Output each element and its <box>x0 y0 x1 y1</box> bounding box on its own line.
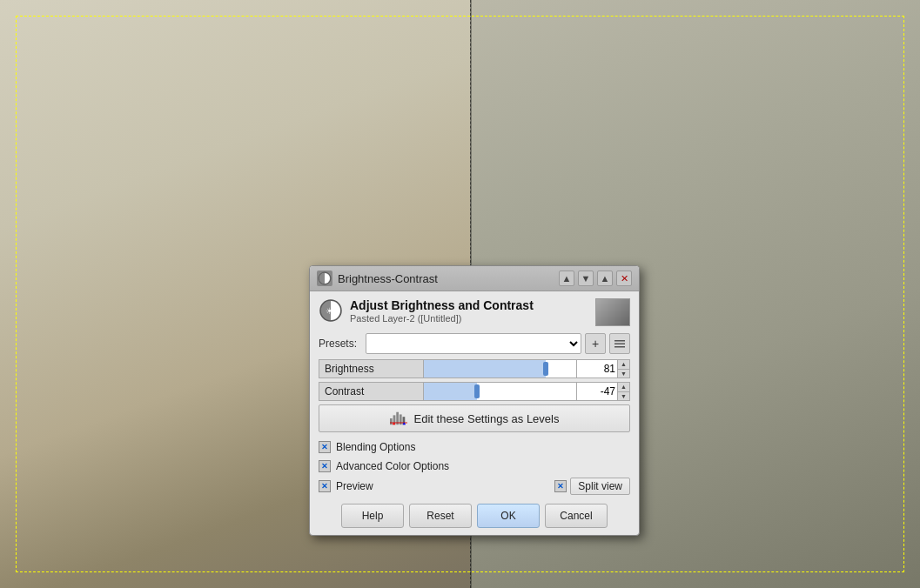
levels-btn-label: Edit these Settings as Levels <box>414 412 560 425</box>
advanced-color-row[interactable]: Advanced Color Options <box>319 458 630 474</box>
split-view-label[interactable]: Split view <box>570 478 630 495</box>
contrast-up[interactable]: ▲ <box>618 383 629 392</box>
brightness-fill <box>424 360 546 378</box>
brightness-row: Brightness 81 ▲ ▼ <box>319 359 630 378</box>
contrast-down[interactable]: ▼ <box>618 392 629 401</box>
svg-rect-5 <box>614 346 625 348</box>
dialog-main-title: Adjust Brightness and Contrast <box>350 298 595 313</box>
brightness-thumb[interactable] <box>543 362 548 376</box>
reset-button[interactable]: Reset <box>409 504 472 528</box>
contrast-fill <box>424 383 477 400</box>
blending-label: Blending Options <box>336 441 415 453</box>
preview-checkbox[interactable] <box>319 480 331 492</box>
svg-rect-6 <box>390 418 393 424</box>
close-button[interactable]: ✕ <box>616 271 632 286</box>
split-view-icon: ✕ <box>554 480 567 492</box>
brightness-slider-track[interactable] <box>423 359 576 378</box>
brightness-down[interactable]: ▼ <box>618 370 629 378</box>
levels-icon <box>390 411 407 425</box>
preview-label: Preview <box>336 480 373 492</box>
layer-thumbnail <box>595 298 630 326</box>
contrast-spinner: ▲ ▼ <box>618 382 630 401</box>
brightness-contrast-dialog: Brightness-Contrast ▲ ▼ ▲ ✕ ☀ Adjust Bri… <box>309 265 640 536</box>
blending-options-row[interactable]: Blending Options <box>319 439 630 455</box>
contrast-value[interactable]: -47 <box>576 382 618 401</box>
dialog-body: ☀ Adjust Brightness and Contrast Pasted … <box>310 291 639 535</box>
brightness-value[interactable]: 81 <box>576 359 618 378</box>
edit-as-levels-button[interactable]: Edit these Settings as Levels <box>319 404 630 432</box>
titlebar-left: Brightness-Contrast <box>317 271 438 286</box>
svg-text:☀: ☀ <box>326 306 333 316</box>
help-button[interactable]: Help <box>341 504 404 528</box>
expand-button[interactable]: ▼ <box>578 271 594 286</box>
svg-rect-3 <box>614 340 625 342</box>
dialog-title: Brightness-Contrast <box>338 272 438 285</box>
dialog-header: ☀ Adjust Brightness and Contrast Pasted … <box>319 298 630 326</box>
brightness-up[interactable]: ▲ <box>618 360 629 370</box>
blending-checkbox[interactable] <box>319 441 331 453</box>
svg-rect-9 <box>399 414 401 424</box>
ok-button[interactable]: OK <box>477 504 540 528</box>
dialog-header-info: Adjust Brightness and Contrast Pasted La… <box>350 298 595 324</box>
presets-select[interactable] <box>366 333 581 354</box>
dialog-titlebar[interactable]: Brightness-Contrast ▲ ▼ ▲ ✕ <box>310 266 639 291</box>
cancel-button[interactable]: Cancel <box>545 504 608 528</box>
presets-row: Presets: + <box>319 333 630 354</box>
adjustment-icon: ☀ <box>319 298 343 323</box>
advanced-color-label: Advanced Color Options <box>336 460 449 472</box>
split-view-btn[interactable]: ✕ Split view <box>554 478 630 495</box>
dialog-layer-info: Pasted Layer-2 ([Untitled]) <box>350 313 595 324</box>
contrast-row: Contrast -47 ▲ ▼ <box>319 382 630 401</box>
svg-rect-11 <box>390 423 407 424</box>
presets-label: Presets: <box>319 337 362 350</box>
contrast-thumb[interactable] <box>474 384 480 398</box>
presets-more-button[interactable] <box>609 333 630 354</box>
brightness-spinner: ▲ ▼ <box>618 359 630 378</box>
dialog-buttons: Help Reset OK Cancel <box>319 502 630 528</box>
brightness-label: Brightness <box>319 359 423 378</box>
float-button[interactable]: ▲ <box>597 271 613 286</box>
contrast-slider-track[interactable] <box>423 382 576 401</box>
presets-add-button[interactable]: + <box>585 333 606 354</box>
titlebar-controls: ▲ ▼ ▲ ✕ <box>559 271 632 286</box>
collapse-button[interactable]: ▲ <box>559 271 574 286</box>
preview-row: Preview ✕ Split view <box>319 478 630 495</box>
svg-rect-4 <box>614 344 625 345</box>
contrast-label: Contrast <box>319 382 423 401</box>
dialog-icon <box>317 271 332 286</box>
advanced-color-checkbox[interactable] <box>319 460 331 472</box>
